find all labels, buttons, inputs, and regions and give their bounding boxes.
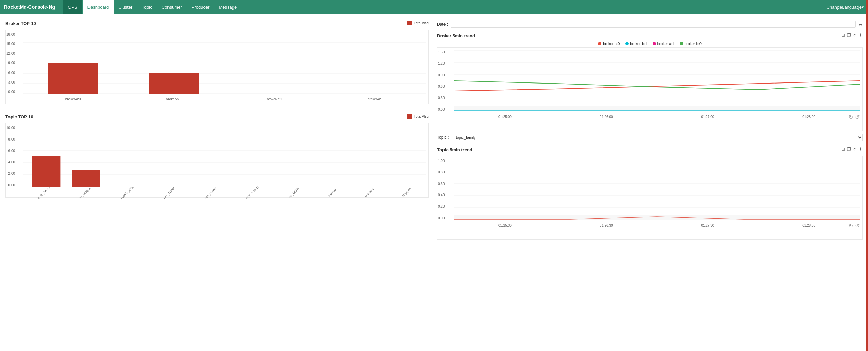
right-panel: Date : ☵ Broker 5min trend ⊡ ❐ ↻ ⬇ broke… xyxy=(434,18,863,348)
topic-select[interactable]: topic_family xyxy=(452,134,863,141)
topic-label: Topic : xyxy=(437,135,449,140)
topic-trend-x-labels: 01:25:30 01:26:30 01:27:30 01:28:30 xyxy=(454,224,860,227)
broker-legend-label: TotalMsg xyxy=(414,21,429,25)
nav-message[interactable]: Message xyxy=(214,0,241,14)
legend-dot-broker-b0 xyxy=(680,42,683,45)
topic-top10-title: Topic TOP 10 xyxy=(5,114,33,119)
legend-broker-b1: broker-b:1 xyxy=(625,42,647,46)
topic-restore-icon[interactable]: ❐ xyxy=(847,147,851,152)
topic-legend: TotalMsg xyxy=(407,114,429,119)
broker-y-labels: 18.00 15.00 12.00 9.00 6.00 3.00 0.00 xyxy=(6,33,15,94)
nav-cluster[interactable]: Cluster xyxy=(114,0,137,14)
legend-broker-a1: broker-a:1 xyxy=(653,42,674,46)
svg-rect-7 xyxy=(48,63,98,94)
broker-trend-y-labels: 1.50 1.20 0.90 0.60 0.30 0.00 xyxy=(438,50,445,111)
legend-broker-a0: broker-a:0 xyxy=(598,42,620,46)
topic-line-svg xyxy=(454,159,860,220)
topic-x-labels: topic_family %_Dragon TOPIC_XXX ALI_TOPI… xyxy=(23,191,426,195)
broker-line-area: 1.50 1.20 0.90 0.60 0.30 0.00 xyxy=(454,50,860,111)
topic-refresh-icon[interactable]: ↻ xyxy=(853,147,857,152)
broker-top10-header: Broker TOP 10 TotalMsg xyxy=(5,18,429,28)
navbar-ops[interactable]: OPS xyxy=(63,0,82,14)
topic-trend-chart: 1.00 0.80 0.60 0.40 0.20 0.00 xyxy=(437,156,863,240)
topic-legend-box xyxy=(407,114,412,119)
broker-legend-box xyxy=(407,21,412,25)
broker-chart-area: 18.00 15.00 12.00 9.00 6.00 3.00 0.00 xyxy=(23,33,426,94)
calendar-icon[interactable]: ☵ xyxy=(859,22,863,27)
topic-trend-title: Topic 5min trend xyxy=(437,147,472,152)
broker-top10-chart: 18.00 15.00 12.00 9.00 6.00 3.00 0.00 xyxy=(5,30,429,104)
legend-dot-broker-b1 xyxy=(625,42,629,45)
svg-rect-15 xyxy=(32,156,61,187)
topic-expand-icon[interactable]: ⊡ xyxy=(841,147,845,152)
broker-x-labels: broker-a:0 broker-b:0 broker-b:1 broker-… xyxy=(23,97,426,101)
svg-rect-16 xyxy=(72,170,100,187)
broker-line-svg xyxy=(454,50,860,111)
svg-rect-23 xyxy=(454,106,860,111)
broker-legend: TotalMsg xyxy=(407,21,429,25)
topic-y-labels: 10.00 8.00 6.00 4.00 2.00 0.00 xyxy=(6,126,15,187)
date-input[interactable] xyxy=(451,21,856,28)
legend-broker-b0: broker-b:0 xyxy=(680,42,702,46)
refresh-icon[interactable]: ↻ xyxy=(853,33,857,38)
broker-trend-x-labels: 01:25:00 01:26:00 01:27:00 01:28:00 xyxy=(454,115,860,119)
topic-line-area: 1.00 0.80 0.60 0.40 0.20 0.00 xyxy=(454,159,860,220)
svg-rect-8 xyxy=(149,73,199,94)
broker-bar-chart xyxy=(23,33,426,94)
topic-top10-chart: 10.00 8.00 6.00 4.00 2.00 0.00 xyxy=(5,123,429,198)
legend-dot-broker-a1 xyxy=(653,42,656,45)
topic-legend-label: TotalMsg xyxy=(414,114,429,118)
legend-label-broker-a0: broker-a:0 xyxy=(603,42,620,46)
right-edge xyxy=(866,0,868,351)
broker-trend-chart: 1.50 1.20 0.90 0.60 0.30 0.00 xyxy=(437,47,863,131)
broker-trend-toolbar: Broker 5min trend ⊡ ❐ ↻ ⬇ xyxy=(437,30,863,40)
legend-dot-broker-a0 xyxy=(598,42,601,45)
legend-label-broker-b0: broker-b:0 xyxy=(685,42,702,46)
download-icon[interactable]: ⬇ xyxy=(859,33,863,38)
nav-topic[interactable]: Topic xyxy=(137,0,157,14)
broker-trend-icons: ⊡ ❐ ↻ ⬇ xyxy=(841,33,863,38)
topic-trend-toolbar: Topic 5min trend ⊡ ❐ ↻ ⬇ xyxy=(437,144,863,154)
topic-top10-header: Topic TOP 10 TotalMsg xyxy=(5,111,429,122)
nav-dashboard[interactable]: Dashboard xyxy=(83,0,114,14)
date-row: Date : ☵ xyxy=(437,21,863,28)
main-content: Broker TOP 10 TotalMsg 18.00 15.00 12.00… xyxy=(0,14,868,351)
navbar: RocketMq-Console-Ng OPS Dashboard Cluste… xyxy=(0,0,868,14)
svg-rect-30 xyxy=(454,215,860,220)
topic-trend-icons: ⊡ ❐ ↻ ⬇ xyxy=(841,147,863,152)
nav-producer[interactable]: Producer xyxy=(187,0,214,14)
navbar-brand: RocketMq-Console-Ng xyxy=(4,4,55,10)
topic-bar-chart xyxy=(23,126,426,187)
broker-line-legend: broker-a:0 broker-b:1 broker-a:1 broker-… xyxy=(437,42,863,46)
topic-trend-y-labels: 1.00 0.80 0.60 0.40 0.20 0.00 xyxy=(438,159,445,220)
broker-top10-title: Broker TOP 10 xyxy=(5,21,36,26)
change-language-button[interactable]: ChangeLanguage xyxy=(827,5,864,10)
left-panel: Broker TOP 10 TotalMsg 18.00 15.00 12.00… xyxy=(5,18,434,348)
expand-icon[interactable]: ⊡ xyxy=(841,33,845,38)
legend-label-broker-a1: broker-a:1 xyxy=(657,42,674,46)
topic-row: Topic : topic_family xyxy=(437,134,863,141)
topic-download-icon[interactable]: ⬇ xyxy=(859,147,863,152)
topic-chart-area: 10.00 8.00 6.00 4.00 2.00 0.00 xyxy=(23,126,426,187)
nav-consumer[interactable]: Consumer xyxy=(157,0,187,14)
legend-label-broker-b1: broker-b:1 xyxy=(630,42,647,46)
restore-icon[interactable]: ❐ xyxy=(847,33,851,38)
broker-trend-title: Broker 5min trend xyxy=(437,33,475,38)
date-label: Date : xyxy=(437,22,448,27)
